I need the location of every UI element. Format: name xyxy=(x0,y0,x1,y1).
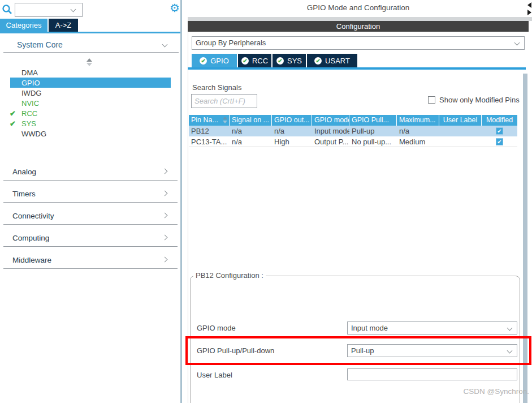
table-row-pb12[interactable]: PB12 n/a n/a Input mode Pull-up n/a ✔ xyxy=(189,126,517,136)
tab-sys-label: SYS xyxy=(287,57,302,65)
stm32cubemx-configuration-view: ⚙ Categories A->Z System Core DMA GPIO I… xyxy=(0,0,532,403)
peripheral-tabs-underline xyxy=(188,67,526,70)
sidebar-item-rcc[interactable]: RCC xyxy=(21,109,37,118)
configured-check-icon: ✔ xyxy=(10,119,16,128)
modified-checkbox[interactable]: ✔ xyxy=(496,127,503,135)
configured-check-icon: ✔ xyxy=(10,109,16,118)
sidebar-item-sys[interactable]: SYS xyxy=(21,119,36,128)
tab-rcc-label: RCC xyxy=(252,57,268,65)
configuration-bar: Configuration xyxy=(188,21,529,32)
collapse-right-arrow-icon[interactable] xyxy=(527,10,531,15)
tab-sys[interactable]: ✔ SYS xyxy=(273,54,306,67)
col-maximum[interactable]: Maximum... xyxy=(397,115,439,126)
group-by-select[interactable]: Group By Peripherals xyxy=(192,36,525,50)
tab-rcc[interactable]: ✔ RCC xyxy=(238,54,271,67)
search-icon xyxy=(2,4,12,15)
show-modified-label: Show only Modified Pins xyxy=(439,96,520,104)
section-middleware[interactable]: Middleware xyxy=(12,256,51,264)
sidebar-item-nvic[interactable]: NVIC xyxy=(21,99,39,108)
sidebar-item-gpio-label: GPIO xyxy=(21,79,40,87)
section-timers[interactable]: Timers xyxy=(12,190,36,198)
sidebar-item-wwdg[interactable]: WWDG xyxy=(21,130,46,138)
tab-gpio[interactable]: ✔ GPIO xyxy=(192,54,237,67)
section-divider xyxy=(3,52,179,53)
gpio-mode-value: Input mode xyxy=(351,324,388,332)
gpio-mode-label: GPIO mode xyxy=(197,324,236,332)
chevron-down-icon xyxy=(514,40,520,46)
sidebar-item-iwdg[interactable]: IWDG xyxy=(21,89,41,97)
section-divider xyxy=(3,180,178,181)
chevron-right-icon[interactable] xyxy=(162,257,168,263)
configured-badge-icon: ✔ xyxy=(276,57,284,65)
chevron-down-icon[interactable] xyxy=(162,42,168,48)
configured-badge-icon: ✔ xyxy=(200,57,207,65)
section-analog[interactable]: Analog xyxy=(12,168,36,176)
sidebar-item-dma[interactable]: DMA xyxy=(21,68,38,77)
pin-config-title: PB12 Configuration : xyxy=(193,271,266,280)
panel-splitter[interactable] xyxy=(180,0,182,403)
section-divider xyxy=(3,246,178,247)
user-label-label: User Label xyxy=(197,371,232,379)
section-divider xyxy=(3,202,178,203)
tab-gpio-label: GPIO xyxy=(210,57,229,65)
col-signal-on[interactable]: Signal on ... xyxy=(230,115,272,126)
col-modified[interactable]: Modified xyxy=(482,115,517,126)
col-user-label[interactable]: User Label xyxy=(439,115,482,126)
modified-checkbox[interactable]: ✔ xyxy=(496,138,503,145)
left-tabs-underline xyxy=(0,32,182,33)
gpio-mode-select[interactable]: Input mode xyxy=(347,321,517,335)
show-modified-checkbox[interactable] xyxy=(428,96,435,104)
tab-a-to-z[interactable]: A->Z xyxy=(49,19,78,32)
chevron-down-icon xyxy=(507,325,513,331)
section-system-core[interactable]: System Core xyxy=(17,40,63,49)
mode-config-title: GPIO Mode and Configuration xyxy=(188,0,529,17)
sort-asc-icon[interactable] xyxy=(223,117,227,123)
group-by-value: Group By Peripherals xyxy=(196,38,266,47)
part-search-combobox-value xyxy=(15,6,18,14)
section-connectivity[interactable]: Connectivity xyxy=(12,212,54,220)
watermark: CSDN @Synchron. xyxy=(424,387,529,396)
part-search-combobox[interactable] xyxy=(15,3,83,17)
tab-categories[interactable]: Categories xyxy=(0,19,47,32)
sort-control-icon[interactable] xyxy=(86,58,92,66)
configured-badge-icon: ✔ xyxy=(241,57,249,65)
section-computing[interactable]: Computing xyxy=(12,234,49,242)
chevron-right-icon[interactable] xyxy=(162,213,168,218)
user-label-input[interactable] xyxy=(347,368,517,380)
signals-search-input[interactable] xyxy=(191,94,257,108)
section-divider xyxy=(3,268,178,269)
header-gap xyxy=(188,17,532,21)
section-divider xyxy=(3,224,178,225)
col-pin-name[interactable]: Pin Na... xyxy=(189,115,230,126)
col-gpio-mode[interactable]: GPIO mode xyxy=(312,115,349,126)
col-gpio-pull[interactable]: GPIO Pull... xyxy=(349,115,397,126)
chevron-right-icon[interactable] xyxy=(162,169,168,174)
tab-usart-label: USART xyxy=(325,57,350,65)
chevron-down-icon xyxy=(71,7,76,12)
search-signals-label: Search Signals xyxy=(192,83,241,92)
sidebar-item-gpio[interactable]: GPIO xyxy=(10,78,171,88)
tab-usart[interactable]: ✔ USART xyxy=(307,54,357,67)
annotation-highlight-red-box xyxy=(185,336,531,365)
chevron-right-icon[interactable] xyxy=(162,191,168,196)
table-row-pc13[interactable]: PC13-TA... n/a High Output P... No pull-… xyxy=(189,136,517,147)
collapse-left-arrow-icon[interactable] xyxy=(527,2,531,8)
configured-badge-icon: ✔ xyxy=(314,57,322,65)
col-gpio-output[interactable]: GPIO out... xyxy=(272,115,312,126)
chevron-right-icon[interactable] xyxy=(162,235,168,241)
